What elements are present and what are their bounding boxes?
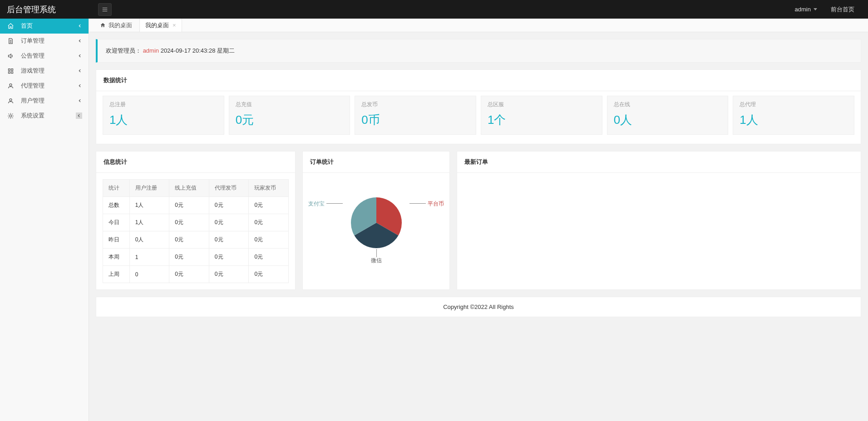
stat-label: 总区服 [488, 101, 596, 108]
tab-bar: 我的桌面 我的桌面 × [89, 19, 868, 32]
table-header: 统计 [103, 180, 130, 197]
sidebar-item-label: 系统设置 [21, 112, 76, 120]
pie-label-alipay: 支付宝 [308, 200, 325, 208]
chevron-left-icon [78, 53, 82, 59]
sidebar-item-label: 代理管理 [21, 82, 78, 90]
welcome-datetime: 2024-09-17 20:43:28 星期二 [161, 47, 235, 54]
latest-panel: 最新订单 [457, 151, 861, 290]
gear-icon [6, 113, 15, 119]
grid-icon [6, 68, 15, 74]
table-cell: 1人 [129, 197, 169, 214]
pie-svg [349, 196, 404, 250]
table-header: 代理发币 [209, 180, 249, 197]
order-panel-title: 订单统计 [303, 152, 449, 173]
table-header: 线上充值 [169, 180, 209, 197]
table-cell: 1 [129, 249, 169, 266]
logo: 后台管理系统 [0, 4, 91, 15]
speaker-icon [6, 53, 15, 59]
stat-value: 0人 [614, 112, 722, 128]
top-right: admin 前台首页 [795, 5, 868, 14]
table-row: 昨日0人0元0元0元 [103, 231, 289, 249]
footer: Copyright ©2022 All Rights [96, 297, 861, 317]
chevron-left-icon [78, 83, 82, 89]
sidebar-item-6[interactable]: 系统设置 [0, 108, 89, 123]
table-cell: 0元 [209, 214, 249, 231]
user-menu[interactable]: admin [795, 6, 817, 13]
menu-toggle-button[interactable] [98, 3, 112, 16]
latest-panel-title: 最新订单 [457, 152, 861, 173]
table-cell: 0元 [169, 214, 209, 231]
table-cell: 0元 [209, 266, 249, 283]
table-cell: 0元 [249, 214, 289, 231]
stat-label: 总充值 [236, 101, 344, 108]
sidebar-item-0[interactable]: 首页 [0, 19, 89, 34]
pie-leader-platform [409, 203, 426, 204]
user-icon [6, 98, 15, 104]
chevron-left-icon [78, 68, 82, 74]
stat-value: 1个 [488, 112, 596, 128]
table-row: 本周10元0元0元 [103, 249, 289, 266]
stat-label: 总发币 [361, 101, 469, 108]
info-table: 统计用户注册线上充值代理发币玩家发币总数1人0元0元0元今日1人0元0元0元昨日… [103, 179, 289, 283]
sidebar-item-4[interactable]: 代理管理 [0, 78, 89, 93]
stat-card-3: 总区服1个 [481, 96, 602, 135]
sidebar-item-3[interactable]: 游戏管理 [0, 64, 89, 78]
chevron-left-icon [78, 38, 82, 44]
stats-title: 数据统计 [96, 69, 861, 91]
table-cell: 0人 [129, 231, 169, 249]
info-panel-title: 信息统计 [96, 152, 295, 173]
sidebar: 首页订单管理公告管理游戏管理代理管理用户管理系统设置 [0, 19, 89, 324]
stat-card-5: 总代理1人 [733, 96, 854, 135]
stat-value: 0元 [236, 112, 344, 128]
table-cell: 0元 [169, 249, 209, 266]
front-link[interactable]: 前台首页 [831, 5, 854, 14]
table-cell: 0元 [249, 249, 289, 266]
table-cell: 昨日 [103, 231, 130, 249]
stat-value: 0币 [361, 112, 469, 128]
stat-value: 1人 [740, 112, 848, 128]
pie-chart: 支付宝 平台币 微信 [303, 173, 449, 273]
content: 欢迎管理员： admin 2024-09-17 20:43:28 星期二 数据统… [89, 32, 868, 324]
table-cell: 0元 [249, 231, 289, 249]
sidebar-item-label: 游戏管理 [21, 67, 78, 75]
table-cell: 0 [129, 266, 169, 283]
user-icon [6, 83, 15, 89]
stat-label: 总注册 [109, 101, 217, 108]
sidebar-item-1[interactable]: 订单管理 [0, 34, 89, 49]
sidebar-item-label: 首页 [21, 22, 78, 30]
table-cell: 0元 [209, 249, 249, 266]
stat-card-4: 总在线0人 [607, 96, 729, 135]
table-cell: 0元 [169, 197, 209, 214]
pie-label-platform: 平台币 [428, 200, 444, 208]
table-cell: 0元 [209, 231, 249, 249]
stats-cards: 总注册1人总充值0元总发币0币总区服1个总在线0人总代理1人 [96, 91, 861, 144]
doc-icon [6, 38, 15, 44]
sidebar-item-5[interactable]: 用户管理 [0, 93, 89, 108]
sidebar-item-2[interactable]: 公告管理 [0, 49, 89, 64]
stat-label: 总代理 [740, 101, 848, 108]
table-cell: 0元 [209, 197, 249, 214]
table-row: 今日1人0元0元0元 [103, 214, 289, 231]
table-row: 总数1人0元0元0元 [103, 197, 289, 214]
stat-card-1: 总充值0元 [229, 96, 350, 135]
table-cell: 0元 [249, 266, 289, 283]
sidebar-item-label: 公告管理 [21, 52, 78, 60]
stats-section: 数据统计 总注册1人总充值0元总发币0币总区服1个总在线0人总代理1人 [96, 69, 861, 144]
stat-card-0: 总注册1人 [103, 96, 224, 135]
info-panel-body: 统计用户注册线上充值代理发币玩家发币总数1人0元0元0元今日1人0元0元0元昨日… [96, 173, 295, 289]
welcome-prefix: 欢迎管理员： [106, 47, 141, 54]
chevron-left-icon [78, 23, 82, 29]
top-bar: 后台管理系统 admin 前台首页 [0, 0, 868, 19]
sidebar-item-label: 用户管理 [21, 97, 78, 105]
tab-home-label: 我的桌面 [108, 21, 132, 29]
table-cell: 0元 [169, 266, 209, 283]
tab-open[interactable]: 我的桌面 × [139, 19, 182, 32]
close-icon[interactable]: × [173, 22, 176, 29]
table-cell: 今日 [103, 214, 130, 231]
stat-label: 总在线 [614, 101, 722, 108]
table-cell: 1人 [129, 214, 169, 231]
main: 我的桌面 我的桌面 × 欢迎管理员： admin 2024-09-17 20:4… [89, 19, 868, 324]
tab-home[interactable]: 我的桌面 [94, 19, 138, 32]
chevron-left-icon [76, 113, 82, 119]
welcome-admin: admin [143, 47, 159, 54]
